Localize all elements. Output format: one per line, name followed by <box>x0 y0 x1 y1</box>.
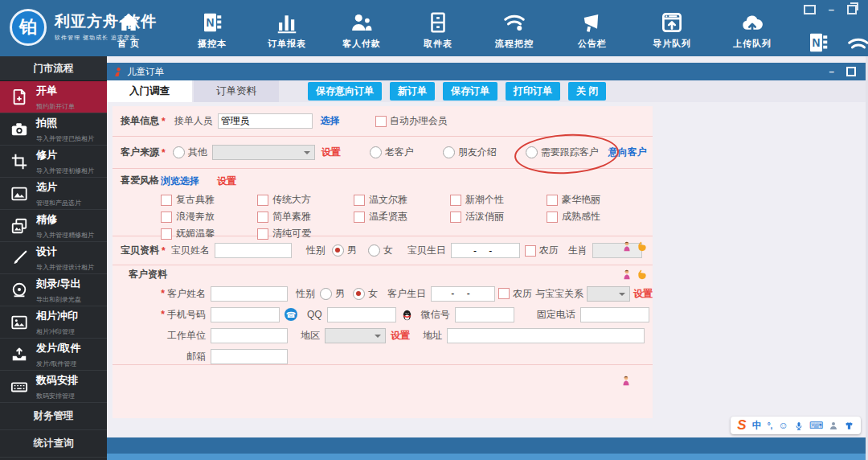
sidebar-item-dispatch-pickup[interactable]: 发片/取件 发片/取件管理 <box>0 339 107 371</box>
save-intent-order-button[interactable]: 保存意向订单 <box>308 82 382 101</box>
close-button[interactable]: 关 闭 <box>568 82 606 101</box>
customer-name-input[interactable] <box>211 286 288 302</box>
relation-settings-link[interactable]: 设置 <box>633 287 653 301</box>
style-checkbox[interactable] <box>354 212 365 223</box>
customer-birthday-input[interactable] <box>431 286 495 302</box>
customer-male-radio[interactable] <box>320 288 332 300</box>
style-checkbox[interactable] <box>547 195 558 206</box>
sidebar-item-design[interactable]: 设计 导入并管理设计相片 <box>0 242 107 274</box>
partial-notebook-icon[interactable]: N <box>806 31 830 55</box>
restore-button[interactable] <box>847 5 857 14</box>
auto-member-checkbox[interactable] <box>375 116 387 127</box>
phone-icon[interactable]: ☎ <box>285 308 297 321</box>
intake-person-input[interactable] <box>218 113 313 129</box>
baby-lady-icon[interactable] <box>621 239 633 253</box>
style-checkbox[interactable] <box>257 195 268 206</box>
baby-name-input[interactable] <box>215 243 292 258</box>
app-logo-icon: 铂 <box>10 9 47 46</box>
customer-lady-icon[interactable] <box>621 267 633 281</box>
sidebar-item-fine-retouch[interactable]: 精修 导入并管理精修相片 <box>0 210 107 242</box>
company-input[interactable] <box>211 328 288 343</box>
new-order-button[interactable]: 新订单 <box>390 82 435 101</box>
svg-text:N: N <box>813 37 821 49</box>
ime-person-icon[interactable] <box>829 418 838 433</box>
export-queue-icon <box>653 10 691 37</box>
sidebar-item-burn-export[interactable]: 刻录/导出 导出和刻录光盘 <box>0 274 107 306</box>
ime-keyboard-icon[interactable]: ⌨ <box>809 420 823 431</box>
qq-input[interactable] <box>327 307 396 322</box>
ime-lang-toggle[interactable]: 中 <box>752 419 762 433</box>
nav-announcement[interactable]: 公告栏 <box>578 10 607 50</box>
customer-hand-icon[interactable] <box>637 267 648 281</box>
sogou-logo-icon[interactable]: S <box>737 417 746 433</box>
screen-icon[interactable] <box>804 5 816 14</box>
qq-penguin-icon[interactable] <box>401 307 413 322</box>
nav-pickup-list[interactable]: 取件表 <box>424 10 452 50</box>
sidebar-item-statistics[interactable]: 统计查询 <box>0 430 107 458</box>
tab-intake-survey[interactable]: 入门调查 <box>107 80 192 102</box>
nav-export-queue[interactable]: 导片队列 <box>653 10 691 50</box>
sidebar-item-new-order[interactable]: 开单 预约新开订单 <box>0 81 107 113</box>
sidebar-item-retouch[interactable]: 修片 导入并管理初修相片 <box>0 146 107 178</box>
print-order-button[interactable]: 打印订单 <box>506 82 560 101</box>
sidebar-item-digital-arrange[interactable]: 数码安排 数码安排管理 <box>0 371 107 403</box>
nav-process-control[interactable]: 流程把控 <box>495 10 534 50</box>
order-form-panel: 接单信息 * 接单人员 选择 自动办理会员 客户来源 * 其他 设置 老客户 朋… <box>113 106 653 418</box>
doc-maximize-button[interactable] <box>846 67 856 76</box>
ime-smiley-icon[interactable]: ☺ <box>778 420 788 431</box>
style-checkbox[interactable] <box>450 195 461 206</box>
sidebar-item-photo-print[interactable]: 相片冲印 相片冲印管理 <box>0 306 107 339</box>
footer-lady-icon[interactable] <box>620 373 632 388</box>
style-checkbox[interactable] <box>354 195 365 206</box>
source-other-select[interactable] <box>212 145 315 160</box>
address-label: 地址 <box>423 329 442 343</box>
mobile-input[interactable] <box>211 307 280 322</box>
sidebar-item-photo-shoot[interactable]: 拍照 导入并管理已拍相片 <box>0 113 107 146</box>
save-order-button[interactable]: 保存订单 <box>443 82 497 101</box>
baby-lunar-checkbox[interactable] <box>525 245 536 257</box>
style-checkbox[interactable] <box>547 212 558 223</box>
sidebar-item-photo-select[interactable]: 选片 管理和产品选片 <box>0 178 107 210</box>
baby-male-radio[interactable] <box>332 244 344 257</box>
source-other-radio[interactable] <box>173 146 185 158</box>
source-friend-radio[interactable] <box>443 146 455 158</box>
nav-upload-queue[interactable]: 上传队列 <box>733 10 772 50</box>
landline-input[interactable] <box>580 307 649 322</box>
partial-signal-icon[interactable] <box>842 34 868 58</box>
address-input[interactable] <box>447 328 645 343</box>
nav-home[interactable]: 首 页 <box>117 10 141 50</box>
source-old-customer-radio[interactable] <box>370 146 382 158</box>
baby-female-radio[interactable] <box>368 244 380 257</box>
relation-select[interactable] <box>587 286 630 302</box>
customer-female-radio[interactable] <box>353 288 365 300</box>
baby-birthday-input[interactable] <box>451 243 520 258</box>
region-settings-link[interactable]: 设置 <box>391 329 410 343</box>
ime-mic-icon[interactable] <box>794 418 804 433</box>
select-staff-link[interactable]: 选择 <box>321 114 340 128</box>
sidebar-item-finance[interactable]: 财务管理 <box>0 403 107 430</box>
browse-select-link[interactable]: 浏览选择 <box>161 175 199 188</box>
intent-customer-link[interactable]: 意向客户 <box>608 146 647 159</box>
nav-customer-payment[interactable]: 客人付款 <box>342 10 381 50</box>
source-settings-link[interactable]: 设置 <box>321 146 341 159</box>
style-checkbox[interactable] <box>161 212 172 223</box>
minimize-button[interactable]: – <box>829 6 834 14</box>
ime-skin-icon[interactable] <box>844 418 854 433</box>
wechat-input[interactable] <box>455 307 514 322</box>
nav-order-report[interactable]: 订单报表 <box>268 10 306 50</box>
ime-punct-toggle[interactable]: °, <box>768 421 773 430</box>
tab-order-info[interactable]: 订单资料 <box>194 80 279 102</box>
style-checkbox[interactable] <box>161 195 172 206</box>
style-checkbox[interactable] <box>257 212 268 223</box>
email-input[interactable] <box>211 349 288 364</box>
region-select[interactable] <box>325 328 386 343</box>
source-follow-radio[interactable] <box>526 146 538 158</box>
nav-label: 摄控本 <box>198 38 227 50</box>
customer-lunar-checkbox[interactable] <box>498 288 510 299</box>
doc-minimize-button[interactable]: – <box>829 67 834 76</box>
baby-hand-icon[interactable] <box>637 239 648 253</box>
style-settings-link[interactable]: 设置 <box>217 175 236 188</box>
sidebar-item-subtitle: 预约新开订单 <box>36 103 75 110</box>
nav-control-book[interactable]: N 摄控本 <box>198 10 227 50</box>
style-checkbox[interactable] <box>450 212 461 223</box>
